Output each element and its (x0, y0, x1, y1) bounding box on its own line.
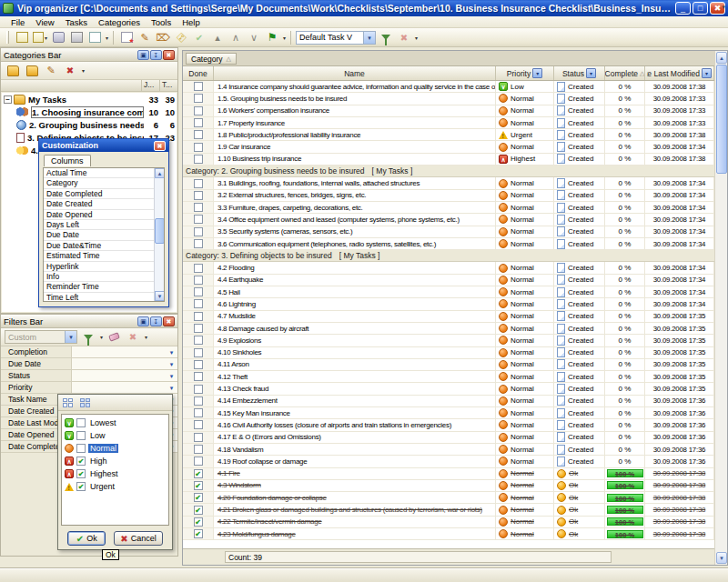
column-option[interactable]: Date Completed (44, 189, 164, 199)
print-preview-button[interactable] (86, 30, 103, 45)
new-notebook-button[interactable] (14, 30, 30, 45)
column-option[interactable]: Due Date (44, 230, 164, 240)
option-checkbox[interactable] (76, 418, 86, 427)
header-complete[interactable]: Complete△ (605, 66, 645, 80)
table-row[interactable]: 4.13 Check fraudNormalCreated0 %30.09.20… (183, 383, 714, 395)
done-checkbox[interactable] (194, 312, 203, 321)
apply-view-button[interactable] (378, 30, 394, 45)
done-checkbox[interactable] (194, 348, 203, 357)
done-checkbox[interactable] (194, 118, 203, 127)
notes-button[interactable]: ⚿ (173, 30, 189, 45)
filter-preset-combobox[interactable]: Custom ▾ (5, 330, 77, 344)
done-checkbox[interactable]: ✔ (194, 529, 203, 538)
combo-dropdown-icon[interactable]: ▾ (65, 331, 76, 343)
date-filter-icon[interactable]: ▾ (702, 68, 712, 78)
table-row[interactable]: 4.17 E & O (Errors and Omissions)NormalC… (183, 432, 714, 444)
table-row[interactable]: 4.6 LightningNormalCreated0 %30.09.2008 … (183, 298, 714, 310)
panel-close-icon[interactable]: ✖ (163, 316, 175, 326)
delete-category-button[interactable]: ✖ (62, 63, 78, 78)
customization-close-icon[interactable]: ✖ (154, 141, 166, 151)
cancel-button[interactable]: ✖ Cancel (114, 531, 162, 546)
column-option[interactable]: Actual Time (44, 168, 164, 178)
done-checkbox[interactable] (194, 276, 203, 285)
done-checkbox[interactable]: ✔ (194, 517, 203, 527)
priority-filter-icon[interactable]: ▾ (532, 68, 542, 78)
select-all-icon[interactable] (80, 398, 92, 407)
option-checkbox[interactable]: ✔ (76, 457, 86, 466)
flag-button[interactable]: ⚑ (264, 30, 280, 45)
done-checkbox[interactable] (194, 94, 203, 103)
tab-columns[interactable]: Columns (44, 155, 91, 166)
table-row[interactable]: 3.1 Buildings, roofing, foundations, int… (183, 177, 714, 189)
column-option[interactable]: Hyperlink (44, 262, 164, 272)
scroll-up-icon[interactable]: ▲ (716, 52, 727, 64)
uncomplete-task-button[interactable]: ▴ (209, 30, 226, 45)
column-option[interactable]: Date Created (44, 199, 164, 209)
done-checkbox[interactable] (194, 264, 203, 273)
complete-task-button[interactable]: ✔ (191, 30, 207, 45)
done-checkbox[interactable] (194, 420, 203, 429)
scroll-down-icon[interactable]: ▼ (716, 552, 727, 564)
header-date-last-modified[interactable]: Date Last Modified▾ (645, 66, 714, 80)
edit-task-button[interactable]: ✎ (136, 30, 153, 45)
priority-option-highest[interactable]: ∧✔Highest (62, 467, 168, 480)
done-checkbox[interactable] (194, 287, 203, 296)
table-row[interactable]: 1.4 Insurance company should guarantee a… (183, 81, 714, 93)
chevron-down-icon[interactable]: ▾ (166, 382, 177, 393)
add-category-button[interactable] (5, 63, 21, 78)
table-row[interactable]: 4.9 ExplosionsNormalCreated0 %30.09.2008… (183, 335, 714, 346)
open-notebook-button[interactable]: ▾ (32, 30, 48, 45)
done-checkbox[interactable]: ✔ (194, 506, 203, 515)
panel-restore-icon[interactable]: ▣ (137, 316, 149, 326)
new-task-button[interactable] (118, 30, 135, 45)
table-row[interactable]: 4.18 VandalismNormalCreated0 %30.09.2008… (183, 444, 714, 456)
table-row[interactable]: 3.6 Communication equipment (telephones,… (183, 238, 714, 250)
panel-pin-icon[interactable]: ↧ (150, 316, 162, 326)
toolbar-more-icon[interactable]: ▾ (106, 35, 108, 41)
toolbar-grip[interactable] (6, 31, 9, 44)
minimize-button[interactable]: _ (675, 2, 691, 15)
categories-more-icon[interactable]: ▾ (82, 67, 85, 74)
table-row[interactable]: 3.4 Office equipment owned and leased (c… (183, 214, 714, 226)
table-row[interactable]: 3.3 Furniture, drapes, carpeting, decora… (183, 202, 714, 214)
status-filter-icon[interactable]: ▾ (586, 68, 596, 78)
select-none-icon[interactable] (63, 398, 75, 407)
done-checkbox[interactable] (194, 227, 203, 236)
vertical-scrollbar[interactable]: ▲ ▼ (714, 51, 727, 565)
table-row[interactable]: 4.19 Roof collapse or damageNormalCreate… (183, 456, 714, 467)
option-checkbox[interactable]: ✔ (76, 469, 86, 478)
edit-category-button[interactable]: ✎ (43, 63, 59, 78)
table-row[interactable]: 4.4 EarthquakeNormalCreated0 %30.09.2008… (183, 275, 714, 286)
table-row[interactable]: 1.8 Public/product/professional liabilit… (183, 129, 714, 141)
duplicate-task-button[interactable]: ⌦ (155, 30, 171, 45)
table-row[interactable]: 4.7 MudslideNormalCreated0 %30.09.2008 1… (183, 311, 714, 323)
panel-restore-icon[interactable]: ▣ (137, 50, 149, 60)
combo-dropdown-icon[interactable]: ▾ (363, 32, 375, 44)
done-checkbox[interactable] (194, 445, 203, 454)
done-checkbox[interactable] (194, 457, 203, 466)
tree-item[interactable]: 1. Choosing insurance company1010 (2, 105, 177, 118)
print-button[interactable] (68, 30, 85, 45)
header-name[interactable]: Name (214, 66, 496, 80)
done-checkbox[interactable] (194, 203, 203, 212)
scroll-thumb[interactable] (155, 218, 165, 244)
column-option[interactable]: Due Date&Time (44, 241, 164, 251)
groupby-category-chip[interactable]: Category △ (186, 53, 237, 65)
table-row[interactable]: 4.10 SinkholesNormalCreated0 %30.09.2008… (183, 347, 714, 359)
tree-item[interactable]: −My Tasks3339 (2, 93, 177, 105)
done-checkbox[interactable]: ✔ (194, 469, 203, 478)
done-checkbox[interactable] (194, 215, 203, 224)
table-row[interactable]: 4.15 Key Man insuranceNormalCreated0 %30… (183, 407, 714, 419)
done-checkbox[interactable] (194, 433, 203, 442)
priority-option-urgent[interactable]: ✔Urgent (62, 480, 168, 493)
table-row[interactable]: 1.10 Business trip insurance∧HighestCrea… (183, 154, 714, 166)
panel-close-icon[interactable]: ✖ (163, 50, 175, 60)
table-row[interactable]: ✔4.23 Mold/fungus damageNormalOk100 %30.… (183, 528, 714, 540)
scroll-up-icon[interactable]: ▲ (155, 168, 165, 178)
done-checkbox[interactable] (194, 385, 203, 394)
table-row[interactable]: 1.7 Property insuranceNormalCreated0 %30… (183, 117, 714, 129)
table-row[interactable]: 4.2 FloodingNormalCreated0 %30.09.2008 1… (183, 262, 714, 274)
done-checkbox[interactable] (194, 360, 203, 369)
clear-filter-button[interactable] (106, 329, 122, 345)
done-checkbox[interactable]: ✔ (194, 481, 203, 490)
